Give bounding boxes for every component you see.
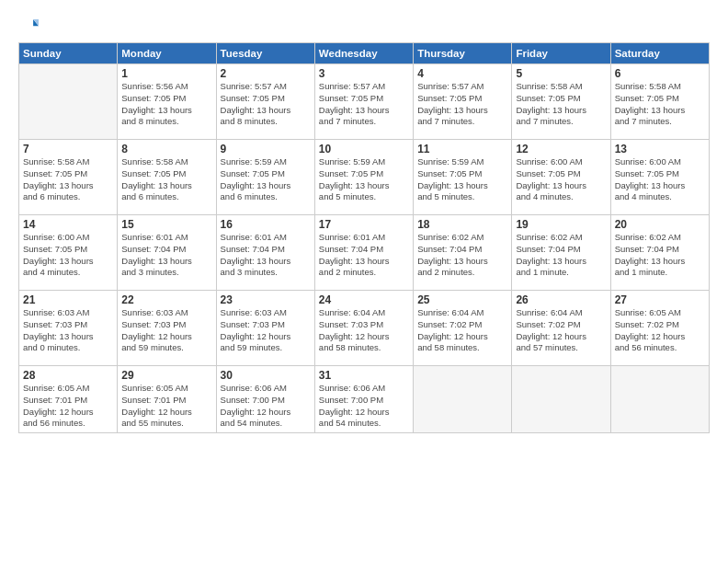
day-info: Sunrise: 6:04 AM Sunset: 7:02 PM Dayligh… bbox=[417, 307, 507, 354]
calendar-cell: 21Sunrise: 6:03 AM Sunset: 7:03 PM Dayli… bbox=[19, 291, 118, 366]
day-number: 25 bbox=[417, 293, 507, 306]
header bbox=[18, 17, 710, 37]
calendar-cell: 25Sunrise: 6:04 AM Sunset: 7:02 PM Dayli… bbox=[414, 291, 512, 366]
day-number: 6 bbox=[615, 67, 705, 80]
day-info: Sunrise: 6:02 AM Sunset: 7:04 PM Dayligh… bbox=[615, 232, 705, 279]
day-info: Sunrise: 6:00 AM Sunset: 7:05 PM Dayligh… bbox=[615, 156, 705, 203]
calendar-table: SundayMondayTuesdayWednesdayThursdayFrid… bbox=[18, 42, 710, 433]
day-number: 31 bbox=[319, 369, 409, 382]
calendar-cell: 8Sunrise: 5:58 AM Sunset: 7:05 PM Daylig… bbox=[118, 140, 216, 215]
calendar-cell: 13Sunrise: 6:00 AM Sunset: 7:05 PM Dayli… bbox=[610, 140, 709, 215]
day-number: 29 bbox=[121, 369, 211, 382]
calendar-cell: 14Sunrise: 6:00 AM Sunset: 7:05 PM Dayli… bbox=[19, 215, 118, 291]
day-number: 23 bbox=[221, 293, 311, 306]
day-info: Sunrise: 6:05 AM Sunset: 7:01 PM Dayligh… bbox=[121, 383, 211, 430]
day-number: 27 bbox=[615, 293, 705, 306]
calendar-cell: 7Sunrise: 5:58 AM Sunset: 7:05 PM Daylig… bbox=[19, 140, 118, 215]
calendar-cell: 12Sunrise: 6:00 AM Sunset: 7:05 PM Dayli… bbox=[512, 140, 610, 215]
day-number: 15 bbox=[121, 218, 211, 231]
calendar-cell: 18Sunrise: 6:02 AM Sunset: 7:04 PM Dayli… bbox=[414, 215, 512, 291]
calendar-cell: 19Sunrise: 6:02 AM Sunset: 7:04 PM Dayli… bbox=[512, 215, 610, 291]
calendar-cell: 16Sunrise: 6:01 AM Sunset: 7:04 PM Dayli… bbox=[216, 215, 314, 291]
day-number: 16 bbox=[221, 218, 311, 231]
day-info: Sunrise: 5:58 AM Sunset: 7:05 PM Dayligh… bbox=[516, 81, 606, 128]
day-number: 10 bbox=[319, 143, 409, 155]
day-info: Sunrise: 5:56 AM Sunset: 7:05 PM Dayligh… bbox=[121, 81, 211, 128]
day-info: Sunrise: 5:58 AM Sunset: 7:05 PM Dayligh… bbox=[121, 156, 211, 203]
weekday-header-friday: Friday bbox=[512, 43, 610, 64]
calendar-cell: 28Sunrise: 6:05 AM Sunset: 7:01 PM Dayli… bbox=[19, 366, 118, 433]
day-info: Sunrise: 6:03 AM Sunset: 7:03 PM Dayligh… bbox=[221, 307, 311, 354]
calendar-cell: 26Sunrise: 6:04 AM Sunset: 7:02 PM Dayli… bbox=[512, 291, 610, 366]
day-number: 13 bbox=[615, 143, 705, 155]
day-info: Sunrise: 6:01 AM Sunset: 7:04 PM Dayligh… bbox=[221, 232, 311, 279]
day-info: Sunrise: 6:01 AM Sunset: 7:04 PM Dayligh… bbox=[319, 232, 409, 279]
calendar-cell bbox=[610, 366, 709, 433]
calendar-cell: 31Sunrise: 6:06 AM Sunset: 7:00 PM Dayli… bbox=[314, 366, 413, 433]
day-number: 21 bbox=[23, 293, 113, 306]
calendar-cell bbox=[19, 64, 118, 140]
day-number: 22 bbox=[121, 293, 211, 306]
calendar-cell: 24Sunrise: 6:04 AM Sunset: 7:03 PM Dayli… bbox=[314, 291, 413, 366]
day-info: Sunrise: 6:02 AM Sunset: 7:04 PM Dayligh… bbox=[417, 232, 507, 279]
day-number: 28 bbox=[23, 369, 113, 382]
weekday-header-tuesday: Tuesday bbox=[216, 43, 314, 64]
weekday-header-saturday: Saturday bbox=[610, 43, 709, 64]
calendar-cell: 29Sunrise: 6:05 AM Sunset: 7:01 PM Dayli… bbox=[118, 366, 216, 433]
page: SundayMondayTuesdayWednesdayThursdayFrid… bbox=[0, 0, 728, 442]
day-info: Sunrise: 6:06 AM Sunset: 7:00 PM Dayligh… bbox=[221, 383, 311, 430]
calendar-cell bbox=[512, 366, 610, 433]
calendar-cell: 9Sunrise: 5:59 AM Sunset: 7:05 PM Daylig… bbox=[216, 140, 314, 215]
logo-icon bbox=[18, 17, 39, 37]
calendar-cell: 10Sunrise: 5:59 AM Sunset: 7:05 PM Dayli… bbox=[314, 140, 413, 215]
calendar-cell: 20Sunrise: 6:02 AM Sunset: 7:04 PM Dayli… bbox=[610, 215, 709, 291]
calendar-cell: 6Sunrise: 5:58 AM Sunset: 7:05 PM Daylig… bbox=[610, 64, 709, 140]
day-number: 18 bbox=[417, 218, 507, 231]
day-number: 1 bbox=[121, 67, 211, 80]
day-number: 7 bbox=[23, 143, 113, 155]
calendar-cell: 17Sunrise: 6:01 AM Sunset: 7:04 PM Dayli… bbox=[314, 215, 413, 291]
calendar-cell: 5Sunrise: 5:58 AM Sunset: 7:05 PM Daylig… bbox=[512, 64, 610, 140]
day-info: Sunrise: 6:04 AM Sunset: 7:02 PM Dayligh… bbox=[516, 307, 606, 354]
day-info: Sunrise: 6:00 AM Sunset: 7:05 PM Dayligh… bbox=[516, 156, 606, 203]
day-info: Sunrise: 5:59 AM Sunset: 7:05 PM Dayligh… bbox=[221, 156, 311, 203]
day-number: 26 bbox=[516, 293, 606, 306]
day-info: Sunrise: 6:01 AM Sunset: 7:04 PM Dayligh… bbox=[121, 232, 211, 279]
day-number: 2 bbox=[221, 67, 311, 80]
weekday-header-wednesday: Wednesday bbox=[314, 43, 413, 64]
day-info: Sunrise: 5:59 AM Sunset: 7:05 PM Dayligh… bbox=[319, 156, 409, 203]
day-number: 11 bbox=[417, 143, 507, 155]
calendar-cell bbox=[414, 366, 512, 433]
calendar-cell: 11Sunrise: 5:59 AM Sunset: 7:05 PM Dayli… bbox=[414, 140, 512, 215]
calendar-cell: 30Sunrise: 6:06 AM Sunset: 7:00 PM Dayli… bbox=[216, 366, 314, 433]
day-number: 17 bbox=[319, 218, 409, 231]
weekday-header-monday: Monday bbox=[118, 43, 216, 64]
calendar-cell: 1Sunrise: 5:56 AM Sunset: 7:05 PM Daylig… bbox=[118, 64, 216, 140]
day-number: 4 bbox=[417, 67, 507, 80]
day-info: Sunrise: 6:05 AM Sunset: 7:01 PM Dayligh… bbox=[23, 383, 113, 430]
logo bbox=[18, 17, 42, 37]
day-info: Sunrise: 6:05 AM Sunset: 7:02 PM Dayligh… bbox=[615, 307, 705, 354]
day-number: 19 bbox=[516, 218, 606, 231]
day-info: Sunrise: 5:57 AM Sunset: 7:05 PM Dayligh… bbox=[221, 81, 311, 128]
day-info: Sunrise: 6:00 AM Sunset: 7:05 PM Dayligh… bbox=[23, 232, 113, 279]
day-number: 20 bbox=[615, 218, 705, 231]
day-info: Sunrise: 5:57 AM Sunset: 7:05 PM Dayligh… bbox=[319, 81, 409, 128]
day-info: Sunrise: 6:03 AM Sunset: 7:03 PM Dayligh… bbox=[23, 307, 113, 354]
calendar-cell: 27Sunrise: 6:05 AM Sunset: 7:02 PM Dayli… bbox=[610, 291, 709, 366]
calendar-cell: 22Sunrise: 6:03 AM Sunset: 7:03 PM Dayli… bbox=[118, 291, 216, 366]
day-info: Sunrise: 6:03 AM Sunset: 7:03 PM Dayligh… bbox=[121, 307, 211, 354]
day-number: 5 bbox=[516, 67, 606, 80]
weekday-header-sunday: Sunday bbox=[19, 43, 118, 64]
calendar-cell: 3Sunrise: 5:57 AM Sunset: 7:05 PM Daylig… bbox=[314, 64, 413, 140]
day-number: 14 bbox=[23, 218, 113, 231]
day-info: Sunrise: 5:57 AM Sunset: 7:05 PM Dayligh… bbox=[417, 81, 507, 128]
day-number: 8 bbox=[121, 143, 211, 155]
calendar-cell: 15Sunrise: 6:01 AM Sunset: 7:04 PM Dayli… bbox=[118, 215, 216, 291]
calendar-cell: 2Sunrise: 5:57 AM Sunset: 7:05 PM Daylig… bbox=[216, 64, 314, 140]
day-number: 24 bbox=[319, 293, 409, 306]
day-number: 3 bbox=[319, 67, 409, 80]
day-info: Sunrise: 6:06 AM Sunset: 7:00 PM Dayligh… bbox=[319, 383, 409, 430]
day-info: Sunrise: 6:02 AM Sunset: 7:04 PM Dayligh… bbox=[516, 232, 606, 279]
day-number: 12 bbox=[516, 143, 606, 155]
